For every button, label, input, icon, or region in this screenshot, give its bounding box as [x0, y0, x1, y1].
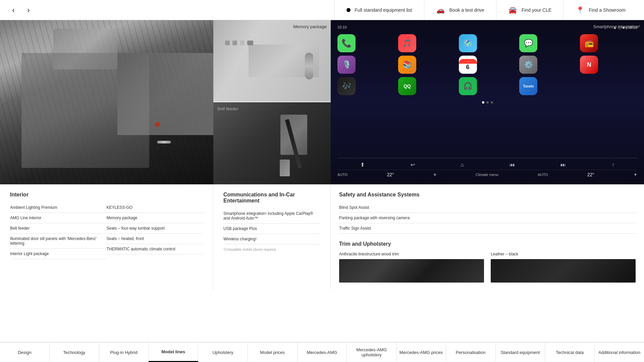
trim-row: Anthracite linestructure wood trim Leath… [339, 252, 636, 283]
feature-col-left: Ambient Lighting Premium AMG Line interi… [10, 202, 107, 259]
interior-features: Ambient Lighting Premium AMG Line interi… [10, 202, 203, 259]
phone-icon: 📞 [337, 34, 356, 52]
bottom-nav-item-technical-data[interactable]: Technical data [545, 343, 595, 362]
interior-section: Interior Ambient Lighting Premium AMG Li… [0, 184, 213, 290]
nav-link-find-cle[interactable]: 🚘 Find your CLE [496, 0, 563, 20]
interior-image [0, 20, 213, 184]
comms-item: Smartphone integration¹ including Apple … [223, 208, 320, 224]
memory-package-image: Memory package [213, 20, 331, 102]
feature-col-right: KEYLESS-GO Memory package Seats – four-w… [107, 202, 203, 259]
feature-item: THERMATIC automatic climate control [107, 244, 203, 254]
trim-leather-label: Leather – black [491, 252, 636, 256]
trim-wood-swatch [339, 259, 484, 283]
comms-item: USB package Plus [223, 224, 320, 234]
find-cle-label: Find your CLE [522, 7, 551, 13]
safety-title: Safety and Assistance Systems [339, 192, 636, 198]
phone-status-bar: 10:10 ▲ ⓘ ■ ▪ 10:10 [337, 25, 637, 30]
trim-wood-label: Anthracite linestructure wood trim [339, 252, 484, 256]
bottom-nav-item-personalisation[interactable]: Personalisation [446, 343, 496, 362]
bottom-nav-item-design[interactable]: Design [0, 343, 50, 362]
comms-footnote: ¹Compatible mobile phone required [223, 248, 320, 251]
communications-title: Communications and In-Car Entertainment [223, 192, 320, 204]
communications-section: Communications and In-Car Entertainment … [213, 184, 331, 290]
nav-link-full-equipment[interactable]: Full standard equipment list [334, 0, 424, 20]
feature-item: Belt feeder [10, 223, 107, 234]
nav-link-find-showroom[interactable]: 📍 Find a Showroom [563, 0, 637, 20]
safety-item: Traffic Sign Assist [339, 223, 636, 234]
trim-leather: Leather – black [491, 252, 636, 283]
safety-trim-section: Safety and Assistance Systems Blind Spot… [331, 184, 644, 290]
apple-music-icon: 🎶 [337, 77, 356, 95]
interior-title: Interior [10, 192, 203, 198]
maps-icon: 🗺️ [459, 34, 477, 52]
nav-link-test-drive[interactable]: 🚗 Book a test drive [424, 0, 496, 20]
feature-item: Seats – heated, front [107, 234, 203, 244]
smartphone-integration-image: 10:10 ▲ ⓘ ■ ▪ 10:10 📞 🎵 🗺️ 💬 📻 🎙️ 📚 [331, 20, 644, 184]
bottom-navigation: Design Technology Plug-in Hybrid Model l… [0, 342, 644, 362]
comms-item: Wireless charging¹ [223, 234, 320, 244]
now-playing-icon: 📻 [580, 34, 598, 52]
test-drive-label: Book a test drive [449, 7, 484, 13]
bottom-nav-item-upholstery[interactable]: Upholstery [198, 343, 248, 362]
messages-icon: 💬 [519, 34, 537, 52]
music-icon: 🎵 [398, 34, 416, 52]
tunein-icon: TuneIn [519, 77, 537, 95]
location-icon: 📍 [575, 5, 585, 15]
calendar-icon: • 6 [459, 56, 477, 74]
car-icon: 🚘 [508, 5, 518, 15]
dot-icon [346, 8, 351, 12]
steering-wheel-icon: 🚗 [436, 5, 445, 15]
podcast-icon: 🎙️ [337, 56, 356, 74]
napster-icon: N [580, 56, 598, 74]
safety-item: Parking package with reversing camera [339, 213, 636, 223]
qq-music-icon: QQ [398, 77, 416, 95]
bottom-nav-item-amg-prices[interactable]: Mercedes-AMG prices [396, 343, 446, 362]
bottom-nav-item-amg-upholstery[interactable]: Mercedes-AMG upholstery [347, 343, 396, 362]
middle-images: Memory package Belt feeder [213, 20, 331, 184]
top-navigation: ‹ › Full standard equipment list 🚗 Book … [0, 0, 644, 20]
feature-item: Ambient Lighting Premium [10, 202, 107, 213]
bottom-nav-item-additional-info[interactable]: Additional information [595, 343, 644, 362]
bottom-nav-item-model-prices[interactable]: Model prices [248, 343, 298, 362]
full-equipment-label: Full standard equipment list [355, 7, 412, 13]
feature-item: Seats – four-way lumbar support [107, 223, 203, 234]
belt-feeder-label: Belt feeder [217, 106, 238, 111]
feature-item: Interior Light package [10, 249, 107, 259]
trim-title: Trim and Upholstery [339, 241, 636, 247]
image-row: Memory package Belt feeder [0, 20, 644, 184]
feature-item: Illuminated door sill panels with 'Merce… [10, 234, 107, 249]
trim-leather-swatch [491, 259, 636, 283]
next-arrow[interactable]: › [22, 3, 35, 17]
prev-arrow[interactable]: ‹ [7, 3, 20, 17]
memory-package-label: Memory package [293, 24, 327, 29]
safety-item: Blind Spot Assist [339, 202, 636, 213]
bottom-nav-item-plugin-hybrid[interactable]: Plug-in Hybrid [99, 343, 149, 362]
settings-icon: ⚙️ [519, 56, 537, 74]
feature-item: Memory package [107, 213, 203, 223]
smartphone-integration-label: Smartphone integration¹ [593, 24, 640, 29]
find-showroom-label: Find a Showroom [589, 7, 626, 13]
info-row: Interior Ambient Lighting Premium AMG Li… [0, 184, 644, 290]
feature-item: AMG Line interior [10, 213, 107, 223]
spotify-icon: 🎧 [459, 77, 477, 95]
audiobooks-icon: 📚 [398, 56, 416, 74]
trim-wood: Anthracite linestructure wood trim [339, 252, 484, 283]
belt-feeder-image: Belt feeder [213, 102, 331, 184]
bottom-nav-item-technology[interactable]: Technology [50, 343, 99, 362]
nav-arrows: ‹ › [7, 3, 35, 17]
bottom-nav-item-mercedes-amg[interactable]: Mercedes-AMG [298, 343, 347, 362]
bottom-nav-item-standard-equipment[interactable]: Standard equipment [496, 343, 545, 362]
main-content: Memory package Belt feeder [0, 20, 644, 290]
bottom-nav-item-model-lines[interactable]: Model lines [149, 343, 198, 362]
feature-item: KEYLESS-GO [107, 202, 203, 213]
